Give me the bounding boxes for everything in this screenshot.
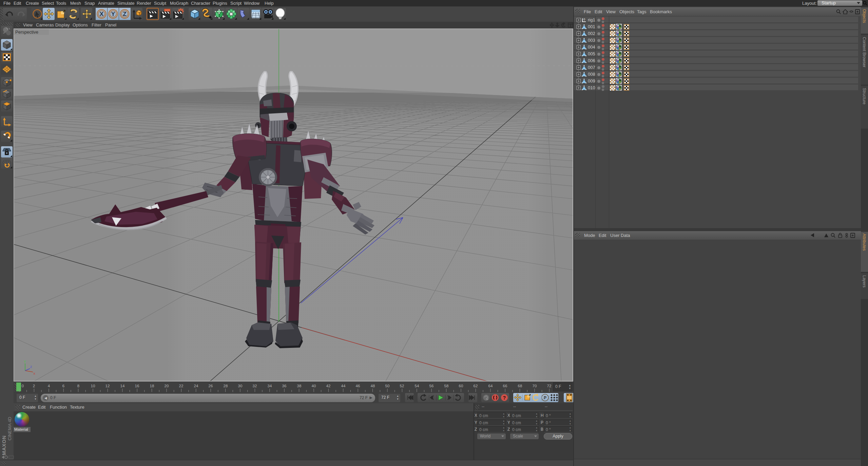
svg-text:2: 2 bbox=[33, 384, 35, 388]
svg-text:?: ? bbox=[503, 395, 506, 400]
svg-text:50: 50 bbox=[385, 384, 390, 388]
svg-text:66: 66 bbox=[503, 384, 507, 388]
svg-text:16: 16 bbox=[135, 384, 139, 388]
svg-text:18: 18 bbox=[150, 384, 154, 388]
svg-text:36: 36 bbox=[282, 384, 287, 388]
svg-text:56: 56 bbox=[429, 384, 434, 388]
svg-text:26: 26 bbox=[209, 384, 213, 388]
svg-text:60: 60 bbox=[459, 384, 463, 388]
svg-text:0: 0 bbox=[583, 18, 585, 21]
svg-text:58: 58 bbox=[444, 384, 449, 388]
svg-text:70: 70 bbox=[533, 384, 537, 388]
svg-text:44: 44 bbox=[341, 384, 346, 388]
svg-text:62: 62 bbox=[474, 384, 478, 388]
svg-text:P: P bbox=[544, 395, 546, 400]
svg-text:10: 10 bbox=[91, 384, 95, 388]
svg-text:64: 64 bbox=[488, 384, 493, 388]
svg-text:20: 20 bbox=[165, 384, 169, 388]
svg-text:4: 4 bbox=[48, 384, 50, 388]
svg-text:40: 40 bbox=[312, 384, 316, 388]
svg-text:0: 0 bbox=[22, 384, 24, 388]
svg-text:8: 8 bbox=[77, 384, 79, 388]
svg-text:30: 30 bbox=[238, 384, 243, 388]
svg-text:72: 72 bbox=[547, 384, 552, 388]
svg-text:14: 14 bbox=[120, 384, 125, 388]
svg-text:24: 24 bbox=[194, 384, 198, 388]
svg-text:48: 48 bbox=[371, 384, 375, 388]
svg-text:38: 38 bbox=[297, 384, 302, 388]
svg-text:32: 32 bbox=[253, 384, 257, 388]
svg-text:6: 6 bbox=[62, 384, 64, 388]
svg-text:22: 22 bbox=[179, 384, 184, 388]
svg-text:34: 34 bbox=[268, 384, 272, 388]
svg-text:52: 52 bbox=[400, 384, 404, 388]
svg-text:42: 42 bbox=[326, 384, 331, 388]
svg-text:54: 54 bbox=[415, 384, 419, 388]
svg-text:68: 68 bbox=[518, 384, 522, 388]
svg-text:28: 28 bbox=[224, 384, 228, 388]
svg-text:46: 46 bbox=[356, 384, 360, 388]
svg-text:12: 12 bbox=[105, 384, 110, 388]
